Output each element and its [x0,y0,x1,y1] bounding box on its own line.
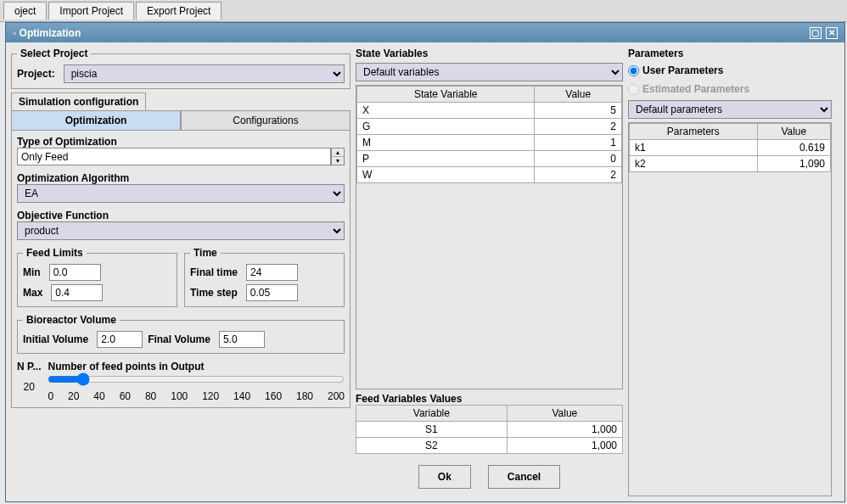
feed-vals-title: Feed Variables Values [356,393,623,405]
state-vars-select[interactable]: Default variables [356,63,623,81]
volume-group: Bioreactor Volume Initial Volume Final V… [17,314,345,354]
table-row[interactable]: M1 [357,135,622,151]
th: Value [507,406,622,422]
chevron-up-icon[interactable]: ▴ [332,148,344,157]
type-opt-spinner[interactable]: ▴▾ [331,148,345,165]
feed-limits-group: Feed Limits Min Max [17,247,177,307]
time-legend: Time [190,247,221,259]
left-column: Select Project Project: piscia Simulatio… [11,48,351,496]
feed-points-group: N P... 20 Number of feed points in Outpu… [17,361,345,402]
optimization-window: ◦ Optimization ▢ ✕ Select Project Projec… [5,22,845,502]
table-row[interactable]: S21,000 [356,438,623,454]
tick: 200 [328,390,345,402]
project-select[interactable]: piscia [64,64,345,83]
dialog-buttons: Ok Cancel [356,457,623,496]
npoints-caption: Number of feed points in Output [48,361,345,372]
radio-label: User Parameters [642,64,723,76]
max-input[interactable] [51,284,103,301]
npoints-slider[interactable] [48,372,345,386]
radio-est-params[interactable]: Estimated Parameters [628,83,832,95]
th: Value [535,87,622,103]
select-project-group: Select Project Project: piscia [11,48,351,89]
radio-user-params[interactable]: User Parameters [628,64,832,76]
table-row[interactable]: k21,090 [630,156,831,172]
init-vol-input[interactable] [97,331,143,348]
cancel-button[interactable]: Cancel [488,465,560,489]
project-label: Project: [17,68,55,80]
params-table: ParametersValue k10.619 k21,090 [629,123,831,172]
max-label: Max [23,287,42,299]
final-vol-label: Final Volume [148,333,210,345]
right-column: Parameters User Parameters Estimated Par… [628,48,832,496]
th: Variable [356,406,508,422]
th: Value [757,124,830,140]
tick: 60 [120,390,131,402]
tick: 140 [233,390,250,402]
state-vars-table: State VariableValue X5 G2 M1 P0 W2 [356,86,622,183]
tick: 160 [265,390,282,402]
sim-tabs: Optimization Configurations [11,110,351,131]
chevron-down-icon[interactable]: ▾ [332,157,344,165]
type-opt-value[interactable] [17,148,331,165]
final-time-label: Final time [190,266,238,278]
tick: 20 [68,390,79,402]
time-step-input[interactable] [246,284,298,301]
slider-ticks: 020406080100120140160180200 [48,390,345,402]
select-project-legend: Select Project [17,48,91,59]
tick: 80 [145,390,156,402]
npoints-short: N P... [17,361,41,372]
init-vol-label: Initial Volume [23,333,88,345]
middle-column: State Variables Default variables State … [356,48,623,496]
th: State Variable [357,87,535,103]
npoints-value: 20 [17,381,41,393]
maximize-icon[interactable]: ▢ [810,27,822,39]
table-row[interactable]: W2 [357,167,622,183]
tick: 100 [171,390,188,402]
table-row[interactable]: X5 [357,103,622,119]
tab-optimization[interactable]: Optimization [11,110,181,131]
main-toolbar: oject Import Project Export Project [0,0,847,22]
type-opt-label: Type of Optimization [17,136,345,148]
titlebar: ◦ Optimization ▢ ✕ [6,23,844,42]
window-title: Optimization [20,27,81,39]
final-vol-input[interactable] [219,331,265,348]
table-row[interactable]: k10.619 [630,140,831,156]
algo-label: Optimization Algorithm [17,172,345,184]
tab-configurations[interactable]: Configurations [181,110,351,131]
close-icon[interactable]: ✕ [826,27,838,39]
radio-label: Estimated Parameters [642,83,749,95]
radio-user-params-input[interactable] [628,65,639,76]
sim-config-label: Simulation configuration [11,92,146,110]
state-vars-title: State Variables [356,48,623,59]
toolbar-tab-project[interactable]: oject [3,2,47,20]
min-input[interactable] [49,264,101,281]
feed-limits-legend: Feed Limits [23,247,87,259]
toolbar-tab-export[interactable]: Export Project [136,2,222,20]
table-row[interactable]: G2 [357,119,622,135]
tick: 120 [202,390,219,402]
th: Parameters [630,124,758,140]
final-time-input[interactable] [246,264,298,281]
objfn-select[interactable]: product [17,221,345,240]
objfn-label: Objective Function [17,210,345,221]
table-row[interactable]: S11,000 [356,422,623,438]
tick: 40 [93,390,104,402]
tick: 0 [48,390,53,402]
ok-button[interactable]: Ok [418,465,471,489]
toolbar-tab-import[interactable]: Import Project [48,2,134,20]
time-group: Time Final time Time step [184,247,345,307]
optimization-panel: Type of Optimization ▴▾ Optimization Alg… [11,131,351,408]
algo-select[interactable]: EA [17,184,345,203]
table-row[interactable]: P0 [357,151,622,167]
window-icon: ◦ [13,27,16,39]
params-select[interactable]: Default parameters [628,100,832,119]
tick: 180 [296,390,313,402]
min-label: Min [23,266,41,278]
window-content: Select Project Project: piscia Simulatio… [6,42,844,501]
feed-vals-table: VariableValue S11,000 S21,000 [356,405,623,454]
volume-legend: Bioreactor Volume [23,314,120,326]
radio-est-params-input [628,84,639,95]
time-step-label: Time step [190,287,238,299]
params-title: Parameters [628,48,832,59]
